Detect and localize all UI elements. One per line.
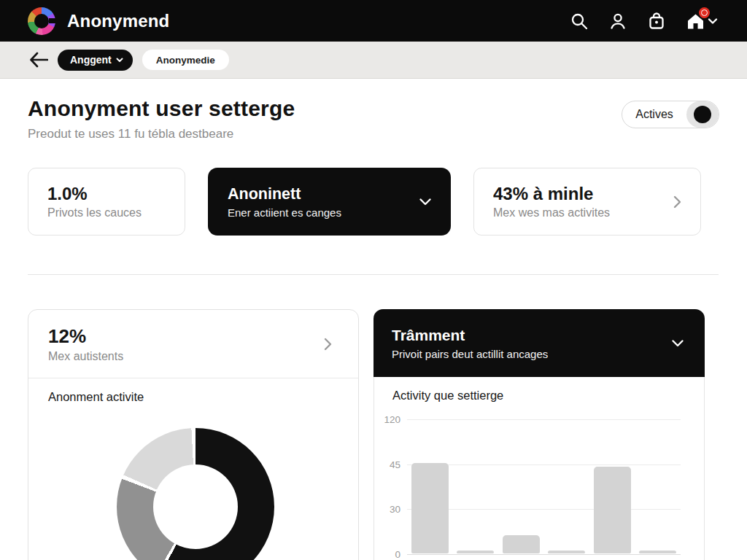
y-tick-label: 120 [384, 414, 400, 425]
page-header-text: Anonyment user setterge Preodut te uses … [28, 96, 295, 141]
stat-label: Mex wes mas activites [493, 206, 700, 219]
stat-value: 1.0% [47, 184, 185, 204]
activity-donut-panel: 12% Mex autistents Anonment activite [28, 309, 359, 560]
nav-pill-primary-label: Anggent [70, 54, 112, 66]
chevron-down-icon [708, 18, 718, 25]
stats-row: 1.0% Privots les cauces Anoninett Ener a… [28, 168, 719, 236]
section-divider [28, 274, 719, 275]
page-subtitle: Preodut te uses 11 fu tébla destbeare [28, 127, 295, 141]
user-icon[interactable] [608, 12, 627, 31]
bar-chart-body: Activity que settierge 12045300 [374, 377, 705, 560]
home-menu[interactable] [686, 12, 718, 31]
actives-toggle[interactable]: Actives [622, 101, 719, 128]
stat-card-anoninett[interactable]: Anoninett Ener actiient es canges [208, 168, 451, 236]
panel-title: Trâmment [392, 327, 705, 344]
panel-stat-header[interactable]: 12% Mex autistents [28, 310, 358, 378]
y-tick-label: 45 [390, 459, 400, 470]
donut-chart-title: Anonment activite [28, 378, 358, 404]
panel-subtitle: Privoit pairs deut actillit ancages [392, 348, 705, 360]
stat-subtitle: Ener actiient es canges [228, 206, 451, 219]
brand-logo-icon[interactable] [28, 7, 55, 35]
gridline [407, 419, 681, 420]
chevron-right-icon [324, 338, 332, 351]
search-icon[interactable] [570, 12, 589, 31]
stat-card-minle[interactable]: 43% à minle Mex wes mas activites [473, 168, 701, 236]
top-app-bar: Anonymend [0, 0, 747, 42]
brand-name: Anonymend [67, 11, 169, 31]
bar [457, 551, 494, 553]
chevron-down-icon [671, 339, 684, 348]
nav-pill-primary[interactable]: Anggent [58, 50, 133, 71]
gridline [407, 554, 681, 555]
chevron-down-icon [419, 198, 432, 206]
bag-icon[interactable] [647, 12, 666, 31]
y-axis-labels: 12045300 [378, 419, 400, 554]
bar [594, 467, 631, 553]
page-header: Anonyment user setterge Preodut te uses … [28, 96, 719, 141]
stat-label: Mex autistents [48, 350, 358, 363]
bar-chart-title: Activity que settierge [374, 377, 704, 402]
back-button[interactable] [29, 50, 48, 69]
nav-pill-secondary-label: Anonymedie [156, 55, 215, 66]
y-tick-label: 0 [395, 549, 400, 560]
stat-label: Privots les cauces [47, 206, 185, 219]
bar [503, 535, 540, 553]
toggle-track [686, 101, 719, 128]
chevron-right-icon [673, 195, 681, 209]
nav-pill-secondary[interactable]: Anonymedie [142, 50, 229, 70]
stat-title: Anoninett [228, 185, 451, 203]
arrow-left-icon [29, 52, 48, 68]
donut-chart [117, 428, 274, 560]
bar [639, 551, 676, 553]
toggle-knob [694, 106, 711, 123]
main-content: Anonyment user setterge Preodut te uses … [0, 79, 747, 560]
home-icon[interactable] [686, 12, 705, 31]
y-tick-label: 30 [390, 504, 400, 515]
panels-row: 12% Mex autistents Anonment activite Trâ… [28, 309, 719, 560]
activity-bar-panel: Trâmment Privoit pairs deut actillit anc… [374, 309, 705, 560]
bar [411, 463, 449, 553]
page-title: Anonyment user setterge [28, 96, 295, 121]
breadcrumb-bar: Anggent Anonymedie [0, 42, 747, 79]
stat-card-privots[interactable]: 1.0% Privots les cauces [28, 168, 185, 236]
stat-value: 12% [48, 325, 358, 348]
stat-value: 43% à minle [493, 184, 700, 204]
notification-badge [699, 7, 710, 18]
panel-dark-header[interactable]: Trâmment Privoit pairs deut actillit anc… [374, 309, 705, 377]
bar [548, 551, 585, 553]
actives-toggle-label: Actives [622, 101, 686, 128]
chevron-down-icon [116, 58, 123, 63]
topbar-actions [570, 12, 718, 31]
bar-chart-plot [407, 419, 681, 554]
